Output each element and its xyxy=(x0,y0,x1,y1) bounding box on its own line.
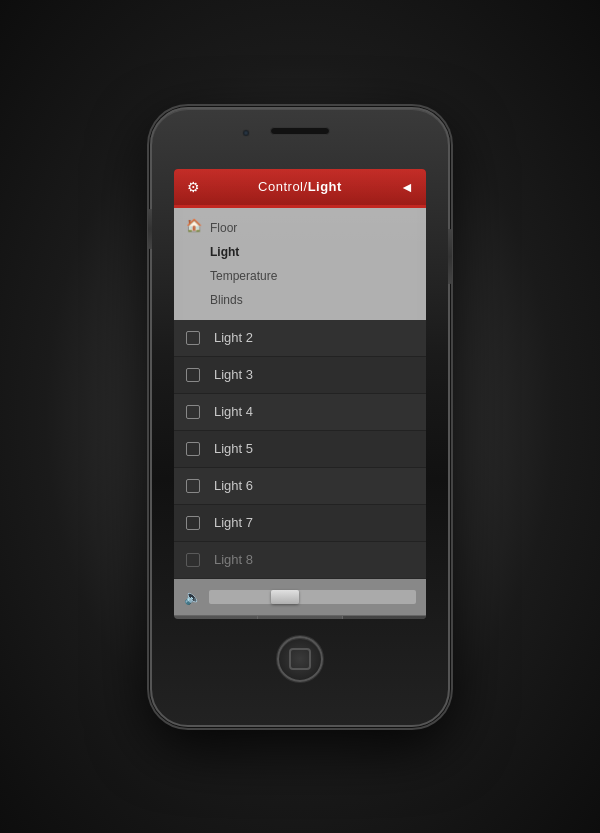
light-name-5: Light 5 xyxy=(214,441,253,456)
header-title-prefix: Control/ xyxy=(258,179,308,194)
light-list: Light 2 Light 3 Light 4 Light 5 Light 6 … xyxy=(174,320,426,579)
tab-scene[interactable]: ★ SCENE xyxy=(258,616,342,619)
slider-thumb[interactable] xyxy=(271,590,299,604)
light-item-8[interactable]: Light 8 xyxy=(174,542,426,579)
checkbox-icon-6[interactable] xyxy=(186,479,200,493)
phone-outer: ⚙ Control/Light ◄ 🏠 Floor Light Temperat… xyxy=(150,107,450,727)
light-item-3[interactable]: Light 3 xyxy=(174,357,426,394)
light-item-5[interactable]: Light 5 xyxy=(174,431,426,468)
gear-icon[interactable]: ⚙ xyxy=(184,178,202,196)
light-name-8: Light 8 xyxy=(214,552,253,567)
speaker-grill xyxy=(270,127,330,135)
side-button-right xyxy=(448,229,452,284)
dropdown-item-floor[interactable]: Floor xyxy=(210,216,426,240)
checkbox-icon-3[interactable] xyxy=(186,368,200,382)
checkbox-icon-5[interactable] xyxy=(186,442,200,456)
light-name-4: Light 4 xyxy=(214,404,253,419)
light-name-6: Light 6 xyxy=(214,478,253,493)
light-name-2: Light 2 xyxy=(214,330,253,345)
phone-top xyxy=(152,109,448,169)
camera-dot xyxy=(242,129,250,137)
light-item-7[interactable]: Light 7 xyxy=(174,505,426,542)
checkbox-icon-8[interactable] xyxy=(186,553,200,567)
checkbox-icon-7[interactable] xyxy=(186,516,200,530)
light-name-3: Light 3 xyxy=(214,367,253,382)
checkbox-icon-2[interactable] xyxy=(186,331,200,345)
light-item-4[interactable]: Light 4 xyxy=(174,394,426,431)
tab-control[interactable]: ⚙ CONTROL xyxy=(343,616,426,619)
header-title-suffix: Light xyxy=(308,179,342,194)
phone-screen: ⚙ Control/Light ◄ 🏠 Floor Light Temperat… xyxy=(174,169,426,619)
dropdown-item-light[interactable]: Light xyxy=(210,240,426,264)
tab-bar: 👤 PROFILE ★ SCENE ⚙ CONTROL xyxy=(174,615,426,619)
home-button[interactable] xyxy=(277,636,323,682)
dropdown-menu: 🏠 Floor Light Temperature Blinds xyxy=(174,208,426,320)
slider-bar: 🔈 xyxy=(174,579,426,615)
light-item-2[interactable]: Light 2 xyxy=(174,320,426,357)
dropdown-home-icon[interactable]: 🏠 xyxy=(186,218,202,234)
dropdown-item-blinds[interactable]: Blinds xyxy=(210,288,426,312)
tab-profile[interactable]: 👤 PROFILE xyxy=(174,616,258,619)
phone-bottom xyxy=(152,619,448,699)
volume-icon: 🔈 xyxy=(184,589,201,605)
home-button-inner xyxy=(289,648,311,670)
light-item-6[interactable]: Light 6 xyxy=(174,468,426,505)
side-button-left xyxy=(148,209,152,249)
checkbox-icon-4[interactable] xyxy=(186,405,200,419)
header-bar: ⚙ Control/Light ◄ xyxy=(174,169,426,205)
back-icon[interactable]: ◄ xyxy=(398,178,416,196)
dropdown-item-temperature[interactable]: Temperature xyxy=(210,264,426,288)
slider-track[interactable] xyxy=(209,590,416,604)
header-title: Control/Light xyxy=(202,179,398,194)
light-name-7: Light 7 xyxy=(214,515,253,530)
